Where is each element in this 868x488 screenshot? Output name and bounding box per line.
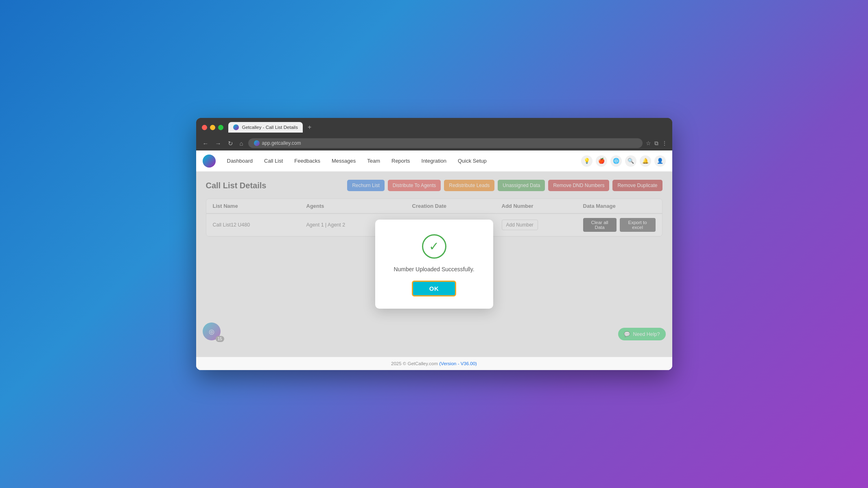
reload-button[interactable]: ↻	[226, 139, 235, 147]
modal-message: Number Uploaded Successfully.	[394, 266, 474, 272]
nav-item-dashboard[interactable]: Dashboard	[222, 155, 258, 166]
page-content: Call List Details Rechurn List Distribut…	[196, 172, 672, 357]
close-button[interactable]	[202, 125, 207, 130]
footer-version[interactable]: (Version - V36.00)	[439, 361, 477, 366]
bell-icon[interactable]: 🔔	[640, 155, 651, 167]
traffic-lights	[202, 125, 223, 130]
address-text: app.getcalley.com	[262, 140, 301, 146]
browser-titlebar: Getcalley - Call List Details +	[196, 118, 672, 136]
checkmark-icon: ✓	[429, 240, 439, 253]
nav-right-icons: 💡 🍎 🌐 🔍 🔔 👤	[581, 155, 666, 167]
new-tab-button[interactable]: +	[305, 123, 314, 132]
browser-window: Getcalley - Call List Details + ← → ↻ ⌂ …	[196, 118, 672, 370]
minimize-button[interactable]	[210, 125, 215, 130]
app-logo	[203, 155, 216, 168]
nav-item-calllist[interactable]: Call List	[259, 155, 288, 166]
tab-title: Getcalley - Call List Details	[242, 125, 298, 130]
globe-icon[interactable]: 🌐	[610, 155, 622, 167]
modal-ok-button[interactable]: OK	[412, 281, 457, 296]
star-icon[interactable]: ☆	[646, 140, 651, 146]
settings-icon[interactable]: ⋮	[662, 140, 667, 146]
back-button[interactable]: ←	[201, 139, 210, 147]
address-favicon-icon	[254, 140, 260, 146]
extensions-icon[interactable]: ⧉	[654, 140, 658, 147]
tab-bar: Getcalley - Call List Details +	[228, 122, 667, 133]
nav-item-integration[interactable]: Integration	[417, 155, 451, 166]
light-icon[interactable]: 💡	[581, 155, 593, 167]
modal-box: ✓ Number Uploaded Successfully. OK	[375, 220, 493, 309]
app-nav: Dashboard Call List Feedbacks Messages T…	[196, 150, 672, 172]
nav-item-quicksetup[interactable]: Quick Setup	[453, 155, 492, 166]
maximize-button[interactable]	[218, 125, 223, 130]
nav-item-feedbacks[interactable]: Feedbacks	[289, 155, 325, 166]
address-bar[interactable]: app.getcalley.com	[248, 138, 643, 148]
tab-favicon	[233, 124, 239, 130]
nav-item-team[interactable]: Team	[362, 155, 385, 166]
apple-icon[interactable]: 🍎	[596, 155, 607, 167]
user-icon[interactable]: 👤	[654, 155, 666, 167]
footer-text: 2025 © GetCalley.com	[391, 361, 438, 366]
browser-chrome: Getcalley - Call List Details + ← → ↻ ⌂ …	[196, 118, 672, 150]
nav-items: Dashboard Call List Feedbacks Messages T…	[222, 155, 581, 166]
nav-item-messages[interactable]: Messages	[327, 155, 361, 166]
browser-tab[interactable]: Getcalley - Call List Details	[228, 122, 303, 133]
browser-toolbar: ← → ↻ ⌂ app.getcalley.com ☆ ⧉ ⋮	[196, 136, 672, 150]
modal-overlay: ✓ Number Uploaded Successfully. OK	[196, 172, 672, 357]
search-icon[interactable]: 🔍	[625, 155, 636, 167]
home-button[interactable]: ⌂	[238, 139, 245, 147]
app-content: Dashboard Call List Feedbacks Messages T…	[196, 150, 672, 370]
forward-button[interactable]: →	[214, 139, 223, 147]
nav-item-reports[interactable]: Reports	[387, 155, 415, 166]
modal-success-icon: ✓	[422, 234, 446, 259]
app-footer: 2025 © GetCalley.com (Version - V36.00)	[196, 357, 672, 370]
toolbar-icons: ☆ ⧉ ⋮	[646, 140, 667, 147]
